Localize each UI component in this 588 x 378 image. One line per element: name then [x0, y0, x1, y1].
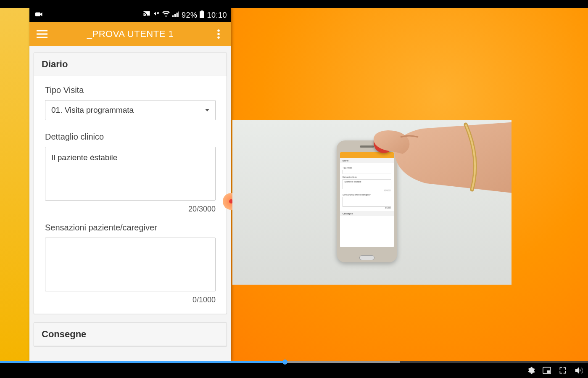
red-nfc-tag: [374, 133, 394, 153]
select-tipo-visita-value: 01. Visita programmata: [51, 106, 134, 115]
physical-phone: Diario Tipo Visita Dettaglio clinico Il …: [337, 140, 397, 262]
label-tipo-visita: Tipo Visita: [45, 85, 216, 95]
phone-mockup: 92% 10:10 _PROVA UTENTE 1 Diario Tip: [29, 8, 231, 361]
card-header-diario: Diario: [34, 53, 227, 76]
cast-icon: [143, 11, 150, 20]
svg-point-6: [217, 29, 220, 32]
volume-button[interactable]: [575, 366, 584, 375]
svg-point-7: [217, 33, 220, 35]
miniplayer-button[interactable]: [543, 367, 551, 374]
settings-button[interactable]: [527, 366, 535, 375]
select-tipo-visita[interactable]: 01. Visita programmata: [45, 100, 216, 120]
svg-rect-4: [37, 33, 47, 34]
menu-button[interactable]: [33, 25, 51, 43]
video-frame: 92% 10:10 _PROVA UTENTE 1 Diario Tip: [0, 0, 588, 378]
battery-percentage: 92%: [182, 11, 198, 20]
battery-icon: [200, 11, 204, 20]
chevron-down-icon: [205, 109, 209, 111]
app-bar: _PROVA UTENTE 1: [29, 22, 231, 46]
camcorder-icon: [35, 11, 43, 19]
cell-signal-icon: [172, 11, 179, 19]
clock-text: 10:10: [207, 11, 227, 20]
card-header-consegne: Consegne: [34, 323, 227, 346]
video-controls: [527, 365, 584, 376]
fullscreen-button[interactable]: [559, 366, 567, 375]
svg-rect-3: [37, 30, 47, 31]
vibrate-mute-icon: [153, 11, 160, 20]
textarea-dettaglio-clinico[interactable]: [45, 147, 216, 201]
left-margin-stripe: [0, 8, 29, 361]
demo-photo: Diario Tipo Visita Dettaglio clinico Il …: [232, 120, 512, 285]
wifi-icon: [162, 11, 170, 19]
form-scroll-area[interactable]: Diario Tipo Visita 01. Visita programmat…: [29, 46, 231, 361]
card-consegne: Consegne: [34, 322, 227, 346]
physical-phone-screen: Diario Tipo Visita Dettaglio clinico Il …: [340, 152, 394, 247]
video-scrubber-thumb[interactable]: [282, 359, 287, 365]
overflow-menu-button[interactable]: [209, 25, 228, 43]
video-progress-bar[interactable]: [0, 361, 588, 363]
android-status-bar: 92% 10:10: [29, 8, 231, 22]
svg-rect-5: [37, 37, 47, 38]
label-sensazioni: Sensazioni paziente/caregiver: [45, 223, 216, 233]
counter-sensazioni: 0/1000: [45, 296, 216, 304]
phone-home-button: [359, 255, 374, 260]
textarea-sensazioni[interactable]: [45, 238, 216, 291]
svg-rect-0: [35, 13, 40, 16]
page-title: _PROVA UTENTE 1: [51, 29, 209, 40]
svg-rect-1: [200, 11, 205, 18]
svg-rect-10: [547, 370, 550, 373]
counter-dettaglio: 20/3000: [45, 205, 216, 214]
svg-point-8: [217, 37, 220, 39]
video-played: [0, 361, 282, 363]
label-dettaglio-clinico: Dettaglio clinico: [45, 132, 216, 142]
card-diario: Diario Tipo Visita 01. Visita programmat…: [34, 53, 227, 314]
svg-rect-2: [201, 11, 203, 12]
